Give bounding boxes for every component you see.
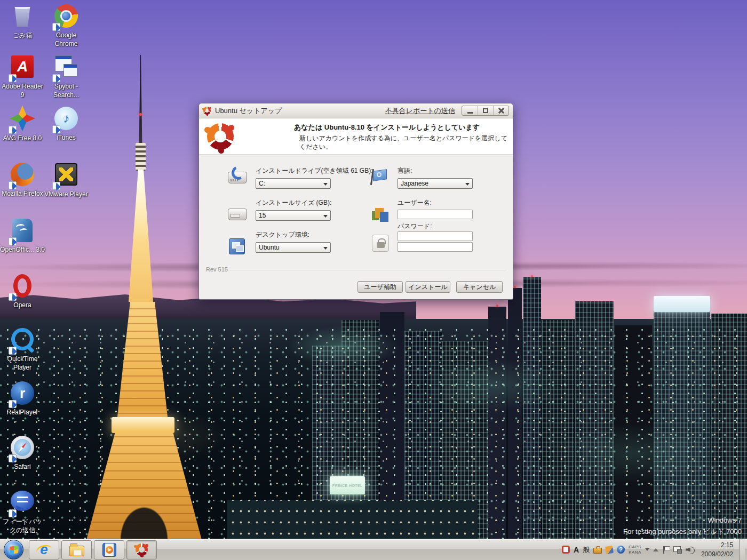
shortcut-arrow-icon (9, 181, 17, 189)
internet-explorer-icon: e (37, 543, 51, 557)
taskbar-item-internet-explorer[interactable]: e (29, 540, 59, 559)
desktop-icon-send-feedback[interactable]: フィードバックの送信 (0, 489, 45, 534)
install-button[interactable]: インストール (406, 281, 450, 293)
desktop-screen: { "wallpaper": { "sign_text": "PRINCE HO… (0, 0, 747, 560)
ime-toolbox-icon[interactable] (593, 548, 602, 554)
desktop-icon-opera[interactable]: Opera (0, 273, 45, 310)
desktop-icon-avg-free[interactable]: AVG Free 8.0 (0, 106, 45, 143)
cancel-button[interactable]: キャンセル (456, 281, 503, 293)
language-flag-icon (371, 169, 388, 186)
desktop-icon-realplayer[interactable]: r RealPlayer (0, 380, 45, 417)
chevron-down-icon (323, 247, 328, 250)
lit-building-top (654, 296, 710, 312)
shortcut-arrow-icon (9, 400, 17, 408)
desktop-icon-google-chrome[interactable]: Google Chrome (44, 3, 89, 48)
desktop-environment-select[interactable]: Ubuntu (256, 242, 331, 253)
desktop-icon-mozilla-firefox[interactable]: Mozilla Firefox (0, 162, 45, 198)
footer-divider (229, 270, 506, 271)
ime-key-state[interactable]: CAPS KANA (629, 545, 641, 554)
ime-options-chevron-icon[interactable] (645, 548, 649, 551)
shortcut-arrow-icon (9, 293, 17, 301)
language-label: 言語: (398, 166, 412, 175)
tower-observation-deck (112, 417, 174, 433)
media-player-icon (102, 543, 116, 557)
desktop-icon-adobe-reader[interactable]: A Adobe Reader 9 (0, 54, 45, 99)
maximize-button[interactable] (478, 106, 493, 115)
shortcut-arrow-icon (52, 23, 60, 31)
desktop-icon-vmware-player[interactable]: VMware Player (44, 162, 89, 199)
show-desktop-button[interactable] (739, 539, 745, 560)
chevron-down-icon (323, 215, 328, 218)
chevron-down-icon (465, 183, 470, 186)
folder-icon (69, 546, 84, 556)
ubuntu-setup-dialog: Ubuntu セットアップ 不具合レポートの送信 あなたは Ubuntu-8.1… (198, 103, 513, 300)
tower-arch-shadow (86, 480, 202, 540)
ime-pad-icon[interactable] (605, 545, 614, 554)
ubuntu-logo (205, 122, 235, 151)
chevron-down-icon (323, 183, 328, 186)
password-label: パスワード: (398, 222, 432, 231)
spybot-icon (55, 55, 77, 77)
language-select[interactable]: Japanese (398, 178, 473, 189)
close-button[interactable] (493, 106, 508, 115)
desktop-icon-quicktime[interactable]: QuickTime Player (0, 326, 45, 372)
window-controls (462, 106, 509, 116)
desktop-icon-spybot[interactable]: Spybot - Search... (44, 54, 89, 99)
volume-icon[interactable] (686, 546, 695, 554)
shortcut-arrow-icon (9, 454, 17, 462)
shortcut-arrow-icon (9, 237, 17, 245)
desktop-environment-icon (229, 238, 245, 254)
report-issue-link[interactable]: 不具合レポートの送信 (385, 106, 455, 116)
taskbar-item-explorer[interactable] (61, 540, 92, 559)
shortcut-arrow-icon (52, 182, 60, 190)
recycle-bin-icon (13, 4, 31, 27)
clock-time: 2:15 (701, 541, 733, 549)
shortcut-arrow-icon (9, 74, 17, 82)
accessibility-button[interactable]: ユーザ補助 (357, 281, 403, 293)
install-drive-label: インストールドライブ(空き領域 61 GB): (256, 166, 373, 175)
shortcut-arrow-icon (9, 126, 17, 134)
start-button[interactable] (4, 540, 23, 559)
desktop-icon-safari[interactable]: Safari (0, 435, 45, 471)
shortcut-arrow-icon (52, 74, 60, 82)
tower-mast (136, 143, 146, 171)
username-label: ユーザー名: (398, 198, 432, 207)
desktop-icon-itunes[interactable]: ♪ iTunes (44, 106, 89, 142)
show-hidden-icons-button[interactable] (653, 548, 658, 551)
quicktime-tray-icon[interactable] (562, 546, 570, 554)
dialog-header: あなたは Ubuntu-8.10 をインストールしようとしています 新しいアカウ… (199, 118, 513, 155)
install-size-select[interactable]: 15 (256, 210, 331, 221)
feedback-icon (11, 491, 34, 511)
username-input[interactable] (398, 210, 473, 219)
action-center-flag-icon[interactable] (662, 546, 670, 554)
taskbar: e A 般 ? CAPS KANA 2:15 2009/02/02 (0, 539, 747, 560)
dialog-subheading: 新しいアカウントを作成する為に、ユーザー名とパスワードを選択してください。 (299, 134, 512, 151)
install-drive-select[interactable]: C: (256, 178, 331, 189)
shortcut-arrow-icon (9, 347, 17, 355)
password-confirm-input[interactable] (398, 242, 473, 252)
ime-conversion-mode[interactable]: 般 (583, 545, 590, 555)
ime-input-mode[interactable]: A (574, 546, 579, 554)
desktop-icon-recycle-bin[interactable]: ごみ箱 (0, 3, 45, 40)
user-icon (372, 208, 389, 224)
ubuntu-logo-icon (203, 107, 211, 115)
ime-help-icon[interactable]: ? (617, 546, 625, 554)
watermark-line1: Windows 7 (623, 515, 742, 526)
password-input[interactable] (398, 231, 473, 241)
system-tray: A 般 ? CAPS KANA 2:15 2009/02/02 (562, 539, 747, 560)
network-icon[interactable] (673, 546, 682, 554)
clock[interactable]: 2:15 2009/02/02 (701, 541, 733, 558)
taskbar-item-media-player[interactable] (94, 540, 124, 559)
ubuntu-icon (135, 543, 149, 557)
build-watermark: Windows 7 For testing purposes only ビルド … (623, 515, 742, 538)
dialog-title: Ubuntu セットアップ (215, 106, 282, 116)
desktop-icon-openoffice[interactable]: OpenOffic... 3.0 (0, 218, 45, 254)
windows-flag-icon (10, 546, 18, 554)
shortcut-arrow-icon (9, 509, 17, 517)
dialog-titlebar[interactable]: Ubuntu セットアップ 不具合レポートの送信 (199, 103, 513, 118)
taskbar-item-ubuntu-setup[interactable] (126, 540, 157, 559)
install-size-icon (228, 209, 247, 220)
revision-label: Rev 515 (206, 266, 228, 273)
clock-date: 2009/02/02 (701, 550, 733, 558)
minimize-button[interactable] (462, 106, 478, 115)
